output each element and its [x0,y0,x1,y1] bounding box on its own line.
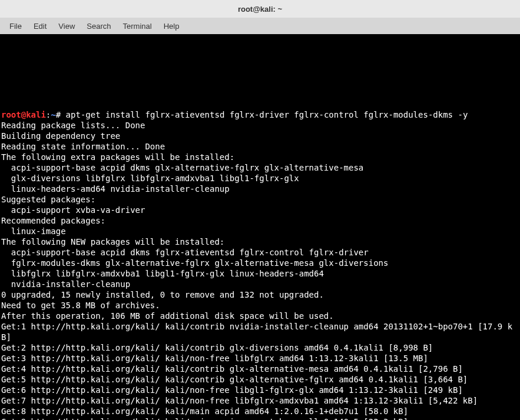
menubar: File Edit View Search Terminal Help [0,18,520,34]
menu-file[interactable]: File [4,19,28,33]
menu-help[interactable]: Help [158,19,186,33]
command-text: apt-get install fglrx-atieventsd fglrx-d… [66,110,468,119]
window-title: root@kali: ~ [238,5,282,14]
terminal-content: root@kali:~# apt-get install fglrx-atiev… [1,109,519,420]
menu-edit[interactable]: Edit [28,19,52,33]
prompt-path: ~ [51,110,55,119]
terminal-area[interactable]: blackMORE Ops http://www.blackmoreops.co… [0,34,520,420]
menu-search[interactable]: Search [81,19,117,33]
menu-terminal[interactable]: Terminal [117,19,158,33]
menu-view[interactable]: View [52,19,81,33]
terminal-output: Reading package lists... Done Building d… [1,120,519,420]
window-titlebar: root@kali: ~ [0,0,520,18]
prompt-hash: # [56,110,66,119]
prompt-user-host: root@kali [1,110,46,119]
